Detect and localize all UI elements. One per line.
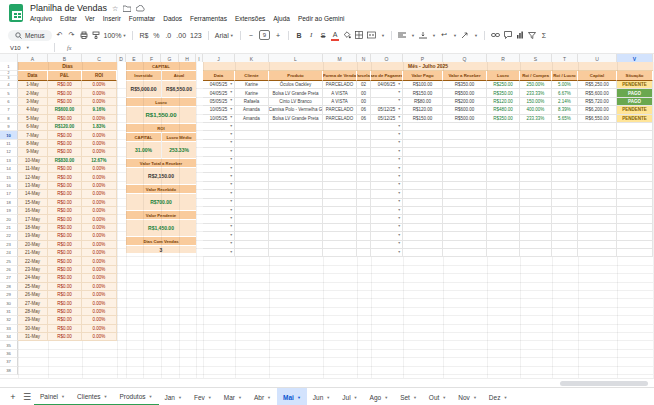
sales-cell-cliente[interactable]: Karine xyxy=(235,81,269,89)
day-roi-cell[interactable]: 0.00% xyxy=(82,215,117,223)
sales-empty-cell[interactable] xyxy=(552,148,578,156)
zoom-select[interactable]: 100%▼ xyxy=(104,30,127,40)
sales-empty-cell[interactable]: ▼ xyxy=(203,190,235,198)
sales-header-0[interactable]: Data xyxy=(203,71,235,81)
sales-empty-cell[interactable] xyxy=(323,157,357,165)
sales-empty-cell[interactable] xyxy=(269,173,323,181)
sales-empty-cell[interactable] xyxy=(403,232,443,240)
undo-icon[interactable]: ↶ xyxy=(56,30,64,40)
sales-empty-cell[interactable] xyxy=(578,207,617,215)
filter-icon[interactable] xyxy=(528,30,536,40)
sales-empty-cell[interactable] xyxy=(520,173,552,181)
sales-empty-cell[interactable] xyxy=(403,173,443,181)
row-header-10[interactable]: 10 xyxy=(0,131,18,139)
sales-cell-produto[interactable]: Bolsa LV Grande Preta xyxy=(269,89,323,97)
font-size-input[interactable]: 9 xyxy=(259,30,270,40)
sales-empty-cell[interactable] xyxy=(235,157,269,165)
dropdown-caret-icon[interactable]: ▼ xyxy=(398,83,401,87)
sales-cell-forma[interactable]: A VISTA xyxy=(323,89,357,97)
dropdown-caret-icon[interactable]: ▼ xyxy=(398,117,401,121)
day-roi-cell[interactable]: 0.00% xyxy=(82,257,117,265)
dropdown-caret-icon[interactable]: ▼ xyxy=(398,175,401,179)
sales-empty-cell[interactable] xyxy=(487,123,520,131)
sales-cell-parcelas[interactable]: 06 xyxy=(357,115,371,123)
day-date-cell[interactable]: 28-May xyxy=(18,308,48,316)
row-header-22[interactable]: 22 xyxy=(0,232,18,240)
dropdown-caret-icon[interactable]: ▼ xyxy=(398,201,401,205)
day-roi-cell[interactable]: 0.00% xyxy=(82,291,117,299)
sales-empty-cell[interactable] xyxy=(552,215,578,223)
sheet-tab-abr[interactable]: Abr▼ xyxy=(248,388,277,405)
day-roi-cell[interactable]: 0.00% xyxy=(82,207,117,215)
sales-cell-lucro[interactable]: R$350.00 xyxy=(487,115,520,123)
dropdown-caret-icon[interactable]: ▼ xyxy=(398,108,401,112)
sales-cell-pago[interactable]: R$150.00 xyxy=(403,89,443,97)
sales-cell-capital[interactable]: R$5,720.00 xyxy=(578,98,617,106)
day-date-cell[interactable]: 15-May xyxy=(18,199,48,207)
sales-empty-cell[interactable] xyxy=(552,190,578,198)
sheet-tab-dez[interactable]: Dez▼ xyxy=(483,388,514,405)
sales-empty-cell[interactable] xyxy=(403,207,443,215)
sales-empty-cell[interactable] xyxy=(552,199,578,207)
sales-empty-cell[interactable] xyxy=(487,182,520,190)
sales-cell-data[interactable]: 10/05/25▼ xyxy=(203,106,235,114)
sales-empty-cell[interactable] xyxy=(617,182,653,190)
sales-empty-cell[interactable] xyxy=(403,190,443,198)
decrease-font-size-button[interactable]: − xyxy=(247,30,255,40)
sales-cell-produto[interactable]: Bolsa LV Grande Preta xyxy=(269,115,323,123)
day-roi-cell[interactable]: 0.00% xyxy=(82,274,117,282)
menu-dados[interactable]: Dados xyxy=(163,15,182,22)
sales-empty-cell[interactable] xyxy=(520,241,552,249)
sales-empty-cell[interactable] xyxy=(443,148,487,156)
day-pnl-cell[interactable]: R$0.00 xyxy=(48,308,82,316)
sales-header-6[interactable]: Valor Pago xyxy=(403,71,443,81)
sales-empty-cell[interactable] xyxy=(552,140,578,148)
sales-empty-cell[interactable] xyxy=(443,140,487,148)
row-header-8[interactable]: 8 xyxy=(0,115,18,123)
day-roi-cell[interactable]: 0.00% xyxy=(82,308,117,316)
text-color-button[interactable]: A xyxy=(331,29,339,41)
day-pnl-cell[interactable]: R$0.00 xyxy=(48,249,82,257)
merge-caret-icon[interactable]: ▼ xyxy=(381,33,385,38)
sales-empty-cell[interactable] xyxy=(235,140,269,148)
day-date-cell[interactable]: 29-May xyxy=(18,316,48,324)
sales-empty-cell[interactable]: ▼ xyxy=(371,232,403,240)
dropdown-caret-icon[interactable]: ▼ xyxy=(398,251,401,255)
row-header-21[interactable]: 21 xyxy=(0,224,18,232)
borders-icon[interactable] xyxy=(355,30,363,40)
sales-empty-cell[interactable]: ▼ xyxy=(203,165,235,173)
day-roi-cell[interactable]: 0.00% xyxy=(82,140,117,148)
sales-empty-cell[interactable]: ▼ xyxy=(371,182,403,190)
sales-empty-cell[interactable] xyxy=(323,249,357,257)
sales-empty-cell[interactable] xyxy=(235,148,269,156)
menu-formatar[interactable]: Formatar xyxy=(129,15,155,22)
sales-empty-cell[interactable] xyxy=(323,190,357,198)
dropdown-caret-icon[interactable]: ▼ xyxy=(398,209,401,213)
sheet-tab-jan[interactable]: Jan▼ xyxy=(159,388,188,405)
sales-empty-cell[interactable] xyxy=(487,199,520,207)
dropdown-caret-icon[interactable]: ▼ xyxy=(230,150,233,154)
sales-empty-cell[interactable] xyxy=(235,190,269,198)
tab-caret-icon[interactable]: ▼ xyxy=(354,395,358,400)
sales-cell-lucro[interactable]: R$120.00 xyxy=(487,98,520,106)
day-date-cell[interactable]: 23-May xyxy=(18,266,48,274)
row-header-24[interactable]: 24 xyxy=(0,249,18,257)
day-roi-cell[interactable]: 0.00% xyxy=(82,316,117,324)
dropdown-caret-icon[interactable]: ▼ xyxy=(230,117,233,121)
row-header-33[interactable]: 33 xyxy=(0,325,18,333)
tab-caret-icon[interactable]: ▼ xyxy=(61,394,65,399)
dropdown-caret-icon[interactable]: ▼ xyxy=(230,159,233,163)
format-currency-button[interactable]: R$ xyxy=(139,30,148,40)
day-pnl-cell[interactable]: R$0.00 xyxy=(48,131,82,139)
sales-empty-cell[interactable] xyxy=(617,190,653,198)
day-roi-cell[interactable]: 0.00% xyxy=(82,249,117,257)
tab-caret-icon[interactable]: ▼ xyxy=(178,395,182,400)
sales-cell-roi_compra[interactable]: 233.33% xyxy=(520,115,552,123)
day-roi-cell[interactable]: 0.00% xyxy=(82,266,117,274)
sales-empty-cell[interactable] xyxy=(443,190,487,198)
sales-empty-cell[interactable]: ▼ xyxy=(371,199,403,207)
sales-empty-cell[interactable] xyxy=(323,207,357,215)
sales-cell-data[interactable]: 10/05/25▼ xyxy=(203,115,235,123)
tab-caret-icon[interactable]: ▼ xyxy=(149,394,153,399)
sales-empty-cell[interactable] xyxy=(578,182,617,190)
